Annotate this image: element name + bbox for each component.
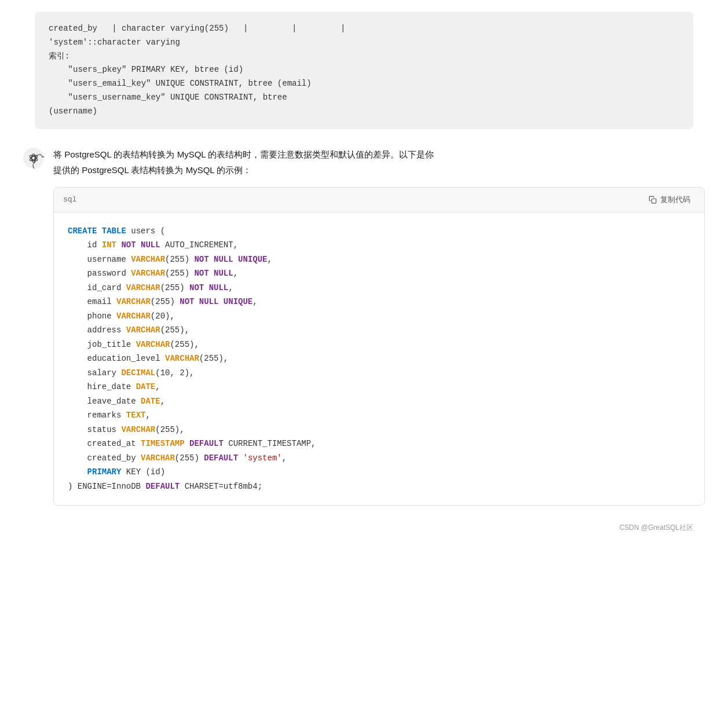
ai-content: 将 PostgreSQL 的表结构转换为 MySQL 的表结构时，需要注意数据类… [53,147,705,506]
code-block-header: sql 复制代码 [54,188,704,213]
info-line-1: created_by | character varying(255) | | … [49,22,679,36]
svg-point-0 [23,148,44,169]
watermark-text: CSDN @GreatSQL社区 [619,523,693,532]
info-line-6: "users_username_key" UNIQUE CONSTRAINT, … [49,91,679,105]
ai-text: 将 PostgreSQL 的表结构转换为 MySQL 的表结构时，需要注意数据类… [53,147,705,178]
copy-button[interactable]: 复制代码 [644,192,695,207]
ai-text-line2: 提供的 PostgreSQL 表结构转换为 MySQL 的示例： [53,165,251,175]
page-container: created_by | character varying(255) | | … [0,0,728,544]
code-content: CREATE TABLE users ( id INT NOT NULL AUT… [68,224,690,494]
copy-icon [649,196,657,204]
watermark: CSDN @GreatSQL社区 [0,517,728,533]
code-block-wrapper: sql 复制代码 CREATE TABLE users ( id INT NOT… [53,187,705,506]
ai-response: 将 PostgreSQL 的表结构转换为 MySQL 的表结构时，需要注意数据类… [0,147,728,506]
info-line-4: "users_pkey" PRIMARY KEY, btree (id) [49,63,679,77]
ai-text-line1: 将 PostgreSQL 的表结构转换为 MySQL 的表结构时，需要注意数据类… [53,149,434,159]
info-box: created_by | character varying(255) | | … [35,12,693,129]
copy-label: 复制代码 [660,195,690,205]
svg-rect-5 [652,199,656,203]
info-line-3: 索引: [49,50,679,64]
info-line-2: 'system'::character varying [49,36,679,50]
info-line-7: (username) [49,105,679,119]
code-block-body: CREATE TABLE users ( id INT NOT NULL AUT… [54,213,704,506]
info-line-5: "users_email_key" UNIQUE CONSTRAINT, btr… [49,77,679,91]
code-lang: sql [63,195,76,204]
avatar [23,148,44,169]
